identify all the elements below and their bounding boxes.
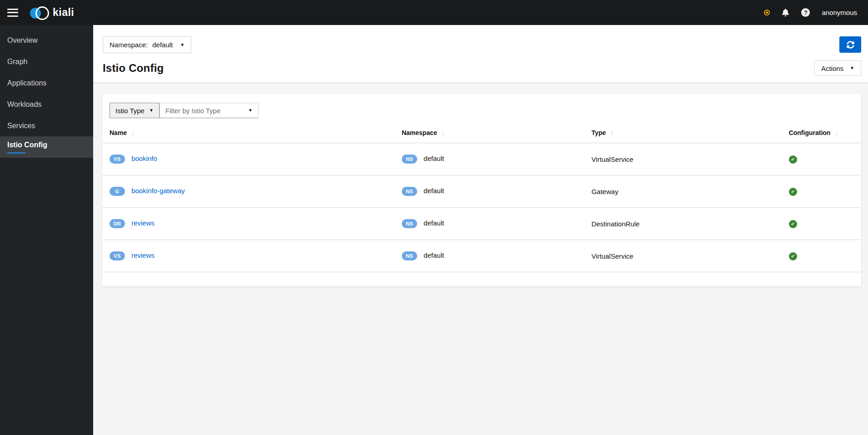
column-header-label: Type: [591, 129, 606, 136]
sidebar-item-label: Overview: [7, 36, 86, 45]
page-header: Namespace: default ▼ Istio Config Action…: [93, 25, 868, 82]
filter-by-type-select[interactable]: Filter by Istio Type ▼: [160, 103, 259, 118]
sidebar-item-services[interactable]: Services: [0, 115, 93, 136]
brand-name: kiali: [53, 6, 74, 19]
masthead-actions: ? anonymous: [765, 8, 857, 17]
bell-icon: [782, 9, 789, 16]
sort-icon[interactable]: ↕: [610, 129, 614, 136]
check-circle-icon: ✔: [789, 155, 797, 164]
actions-label: Actions: [821, 65, 843, 72]
sidebar-item-istio-config[interactable]: Istio Config: [0, 136, 93, 158]
page-title: Istio Config: [103, 62, 164, 75]
sidebar-item-overview[interactable]: Overview: [0, 30, 93, 51]
namespace-dropdown[interactable]: Namespace: default ▼: [103, 36, 191, 53]
check-circle-icon: ✔: [789, 252, 797, 260]
column-header-configuration[interactable]: Configuration↕: [782, 123, 861, 143]
actions-dropdown[interactable]: Actions ▼: [814, 60, 861, 76]
istio-type-badge: DR: [110, 219, 125, 228]
check-circle-icon: ✔: [789, 188, 797, 196]
istio-config-table: Name↕Namespace↕Type↕Configuration↕ VS bo…: [102, 123, 861, 272]
caret-down-icon: ▼: [248, 108, 253, 113]
namespace-value: default: [152, 41, 173, 49]
namespace-cell: default: [424, 155, 444, 162]
username[interactable]: anonymous: [822, 9, 857, 16]
column-header-name[interactable]: Name↕: [102, 123, 394, 143]
sidebar: Overview Graph Applications Workloads Se…: [0, 25, 93, 435]
istio-type-badge: G: [110, 187, 125, 196]
column-header-type[interactable]: Type↕: [584, 123, 781, 143]
istio-config-card: Istio Type ▼ Filter by Istio Type ▼ Name…: [102, 94, 861, 286]
kiali-logo-icon: [30, 5, 50, 20]
sidebar-item-label: Graph: [7, 58, 86, 66]
caret-down-icon: ▼: [180, 43, 185, 47]
check-circle-icon: ✔: [789, 220, 797, 228]
namespace-badge: NS: [402, 187, 417, 196]
filter-placeholder: Filter by Istio Type: [165, 107, 220, 115]
table-row: VS reviews NS default VirtualService ✔: [102, 240, 861, 272]
sort-icon[interactable]: ↕: [442, 129, 445, 136]
main-content: Namespace: default ▼ Istio Config Action…: [93, 25, 868, 435]
type-cell: VirtualService: [591, 252, 633, 260]
filter-toolbar: Istio Type ▼ Filter by Istio Type ▼: [102, 103, 861, 118]
active-underline: [7, 152, 25, 154]
istio-type-badge: VS: [110, 251, 125, 260]
sidebar-item-label: Services: [7, 122, 86, 130]
sort-icon[interactable]: ↕: [835, 129, 838, 136]
status-ring-icon[interactable]: [765, 10, 769, 15]
column-header-label: Name: [110, 129, 127, 136]
table-row: VS bookinfo NS default VirtualService ✔: [102, 143, 861, 175]
sidebar-item-graph[interactable]: Graph: [0, 51, 93, 72]
config-item-link[interactable]: reviews: [131, 219, 155, 227]
config-item-link[interactable]: reviews: [131, 251, 155, 259]
namespace-cell: default: [424, 219, 444, 227]
caret-down-icon: ▼: [149, 108, 154, 113]
table-row: DR reviews NS default DestinationRule ✔: [102, 208, 861, 240]
filter-category-dropdown[interactable]: Istio Type ▼: [110, 103, 160, 118]
type-cell: VirtualService: [591, 155, 633, 163]
type-cell: DestinationRule: [591, 220, 639, 228]
namespace-cell: default: [424, 187, 444, 195]
sidebar-item-label: Workloads: [7, 100, 86, 109]
sidebar-item-label: Applications: [7, 79, 86, 87]
help-button[interactable]: ?: [801, 8, 810, 17]
column-header-label: Namespace: [402, 129, 437, 136]
column-header-label: Configuration: [789, 129, 831, 136]
config-item-link[interactable]: bookinfo: [131, 155, 157, 162]
namespace-label: Namespace:: [110, 41, 148, 49]
help-icon: ?: [801, 8, 810, 17]
column-header-namespace[interactable]: Namespace↕: [394, 123, 584, 143]
namespace-badge: NS: [402, 155, 417, 164]
table-row: G bookinfo-gateway NS default Gateway ✔: [102, 175, 861, 208]
filter-category-label: Istio Type: [115, 107, 145, 115]
sidebar-item-applications[interactable]: Applications: [0, 72, 93, 94]
sidebar-item-label: Istio Config: [7, 141, 86, 149]
masthead: kiali ? anonymous: [0, 0, 868, 25]
kiali-logo: kiali: [30, 5, 74, 20]
namespace-badge: NS: [402, 219, 417, 228]
sort-icon[interactable]: ↕: [131, 129, 135, 136]
config-item-link[interactable]: bookinfo-gateway: [131, 187, 185, 195]
caret-down-icon: ▼: [850, 66, 854, 70]
notifications-button[interactable]: [782, 9, 789, 16]
namespace-cell: default: [424, 251, 444, 259]
type-cell: Gateway: [591, 188, 618, 195]
refresh-button[interactable]: [839, 36, 861, 53]
istio-type-badge: VS: [110, 155, 125, 164]
refresh-icon: [847, 41, 854, 49]
sidebar-item-workloads[interactable]: Workloads: [0, 94, 93, 115]
hamburger-menu-icon[interactable]: [7, 9, 18, 17]
namespace-badge: NS: [402, 251, 417, 260]
